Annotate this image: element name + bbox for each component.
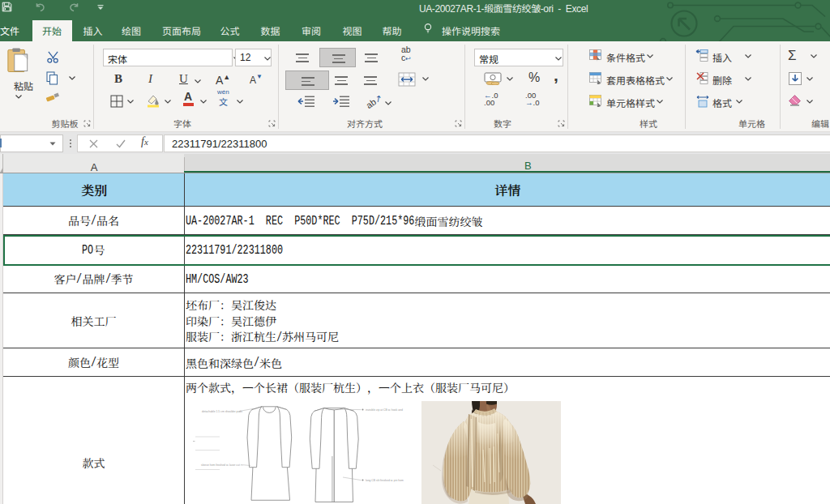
svg-text:invisible zip at CB w. hook an: invisible zip at CB w. hook and xyxy=(366,408,403,412)
svg-text:long CB slit finished w. pin h: long CB slit finished w. pin hem xyxy=(366,479,404,482)
svg-text:detachable 1.5 cm shoulder pad: detachable 1.5 cm shoulder pads xyxy=(202,410,242,413)
svg-text:sleeve hem finished w. laser c: sleeve hem finished w. laser cut ... xyxy=(201,463,243,467)
